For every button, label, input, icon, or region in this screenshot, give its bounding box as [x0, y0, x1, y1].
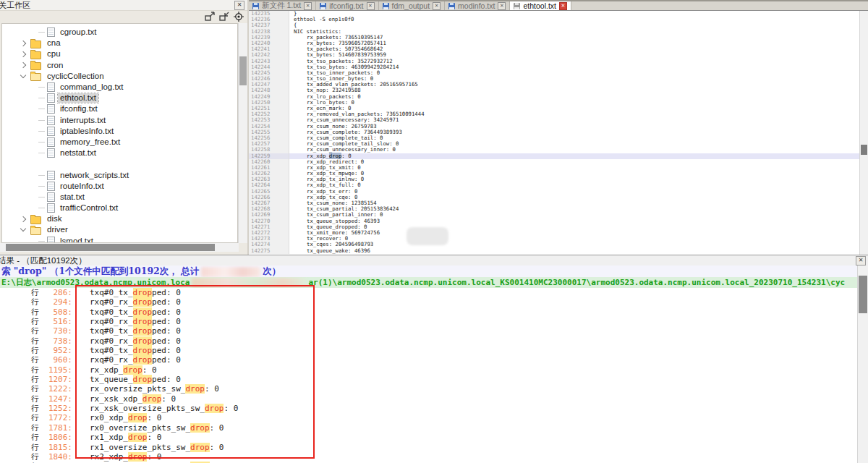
tab-fdm_output[interactable]: fdm_output✕ [379, 1, 446, 10]
match-highlight: drop [133, 326, 153, 336]
workspace-close-icon[interactable]: ✕ [234, 1, 244, 10]
chevron-icon[interactable] [20, 41, 26, 46]
tree-connector [38, 175, 45, 176]
result-row[interactable]: 行1247:rx_xsk_xdp_drop: 0 [0, 394, 858, 404]
match-highlight: drop [133, 336, 153, 346]
result-row[interactable]: 行1806:rx1_xdp_drop: 0 [0, 433, 858, 442]
row-label: 行 [31, 336, 39, 346]
tree-item-lsmod-txt[interactable]: lsmod.txt [2, 236, 237, 243]
result-line-number: 730: [43, 326, 72, 336]
result-row[interactable]: 行294:rxq#0_rx_dropped: 0 [0, 297, 858, 307]
tree-item-memory_free-txt[interactable]: memory_free.txt [2, 137, 237, 148]
tab-label: ethtool.txt [523, 1, 556, 10]
tab-ifconfig-txt[interactable]: ifconfig.txt✕ [316, 1, 378, 10]
editor-vertical-scrollbar[interactable] [859, 11, 868, 255]
tab--1-txt[interactable]: 新文件 1.txt✕ [249, 1, 316, 10]
tree-item-cna[interactable]: cna [2, 38, 237, 48]
result-row[interactable]: 行516:rxq#0_rx_dropped: 0 [0, 317, 858, 326]
match-highlight: drop [133, 307, 153, 317]
result-row[interactable]: 行286:txq#0_tx_dropped: 0 [0, 288, 858, 297]
tab-close-icon[interactable]: ✕ [559, 2, 567, 10]
result-row[interactable]: 行1222:rx_oversize_pkts_sw_drop: 0 [0, 384, 858, 394]
tree-item-cyclicCollection[interactable]: cyclicCollection [2, 71, 237, 82]
result-row[interactable]: 行730:txq#0_tx_dropped: 0 [0, 326, 858, 336]
folder-icon [30, 41, 41, 48]
result-row[interactable]: 行1207:tx_queue_dropped: 0 [0, 375, 858, 384]
tree-item-interrupts-txt[interactable]: interrupts.txt [2, 115, 237, 126]
tab-close-icon[interactable]: ✕ [498, 2, 506, 10]
result-row[interactable]: 行1815:rx1_oversize_pkts_sw_drop: 0 [0, 443, 858, 452]
result-file-path[interactable]: E:\日志\armod0523.odata.ncmp.unicom.locaar… [0, 277, 858, 288]
tab-label: 新文件 1.txt [262, 1, 301, 11]
expand-all-icon[interactable] [205, 12, 216, 22]
result-line-number: 1806: [43, 433, 72, 442]
tab-close-icon[interactable]: ✕ [304, 2, 312, 10]
tree-item-network_scripts-txt[interactable]: network_scripts.txt [2, 169, 237, 180]
chevron-icon[interactable] [20, 226, 26, 232]
result-row[interactable]: 行1195:rx_xdp_drop: 0 [0, 365, 858, 375]
tree-item-stat-txt[interactable]: stat.txt [2, 192, 237, 203]
file-icon [47, 104, 55, 114]
tree-item-netstat-txt[interactable]: netstat.txt [2, 148, 237, 158]
locate-file-icon[interactable] [234, 12, 244, 22]
tree-hscroll-thumb[interactable] [6, 244, 215, 251]
tree-horizontal-scrollbar[interactable] [0, 243, 239, 252]
editor-text-area[interactable]: 142235}142236ethtool -S enp1s0f0142237{1… [249, 11, 860, 255]
tree-item-driver[interactable]: driver [2, 224, 237, 235]
result-row[interactable]: 行1781:rx0_oversize_pkts_sw_drop: 0 [0, 423, 858, 433]
chevron-icon[interactable] [20, 72, 26, 78]
tree-item-label: disk [45, 214, 64, 224]
tree-item-iptablesInfo-txt[interactable]: iptablesInfo.txt [2, 126, 237, 137]
tree-item-trafficControl-txt[interactable]: trafficControl.txt [2, 203, 237, 213]
line-text: rx_xdp_tx_mpwqe: 0 [289, 171, 860, 177]
match-highlight: drop [133, 317, 153, 326]
chevron-icon[interactable] [20, 62, 26, 68]
folder-icon [30, 51, 41, 59]
collapse-all-icon[interactable] [219, 12, 230, 22]
tab-modinfo-txt[interactable]: modinfo.txt✕ [445, 1, 510, 10]
tree-item-routeInfo-txt[interactable]: routeInfo.txt [2, 181, 237, 192]
row-label: 行 [31, 452, 39, 462]
tree-item-label: interrupts.txt [58, 116, 108, 125]
result-row[interactable]: 行508:txq#0_tx_dropped: 0 [0, 307, 858, 317]
tab-ethtool-txt[interactable]: ethtool.txt✕ [510, 1, 571, 10]
row-label: 行 [31, 355, 39, 365]
tree-item-label: ifconfig.txt [58, 104, 100, 114]
results-close-icon[interactable]: ✕ [856, 256, 866, 266]
match-highlight: drop [205, 404, 224, 413]
row-label: 行 [31, 288, 39, 297]
match-highlight: drop [133, 355, 153, 365]
result-row[interactable]: 行1772:rx0_xdp_drop: 0 [0, 413, 858, 422]
result-row[interactable]: 行738:rxq#0_rx_dropped: 0 [0, 336, 858, 346]
file-icon [47, 237, 55, 243]
result-row[interactable]: 行1840:rx2_xdp_drop: 0 [0, 452, 858, 462]
chevron-icon[interactable] [20, 216, 26, 222]
tree-item-cpu[interactable]: cpu [2, 48, 237, 59]
tree-item-cron[interactable]: cron [2, 60, 237, 71]
editor-vscroll-thumb[interactable] [861, 145, 867, 155]
tree-vertical-scrollbar[interactable] [238, 23, 247, 243]
result-row[interactable]: 行960:rxq#0_rx_dropped: 0 [0, 355, 858, 365]
tree-item-disk[interactable]: disk [2, 213, 237, 224]
line-text: rx_xdp_redirect: 0 [289, 159, 860, 165]
file-icon [47, 127, 55, 136]
tree-item-cgroup-txt[interactable]: cgroup.txt [2, 27, 237, 38]
results-vscroll-thumb[interactable] [859, 276, 867, 313]
results-vertical-scrollbar[interactable] [857, 266, 868, 463]
tree-item-ifconfig-txt[interactable]: ifconfig.txt [2, 103, 237, 114]
file-icon [47, 182, 55, 191]
row-label: 行 [31, 443, 39, 452]
tab-close-icon[interactable]: ✕ [367, 2, 375, 10]
result-text: txq#0_tx_dropped: 0 [90, 346, 181, 355]
workspace-panel-title: 关工作区 [0, 0, 247, 11]
tree-item-label: netstat.txt [58, 148, 98, 158]
tree-vscroll-thumb[interactable] [239, 56, 247, 85]
tree-item-command_log-txt[interactable]: command_log.txt [2, 82, 237, 93]
line-text: rx_xdp_tx_err: 0 [289, 189, 860, 195]
tree-item-ethtool-txt[interactable]: ethtool.txt [2, 93, 237, 103]
chevron-icon[interactable] [20, 51, 26, 57]
result-row[interactable]: 行952:txq#0_tx_dropped: 0 [0, 346, 858, 355]
match-highlight: drop [128, 452, 148, 462]
tab-close-icon[interactable]: ✕ [433, 2, 441, 10]
result-row[interactable]: 行1252:rx_xsk_oversize_pkts_sw_drop: 0 [0, 404, 858, 413]
